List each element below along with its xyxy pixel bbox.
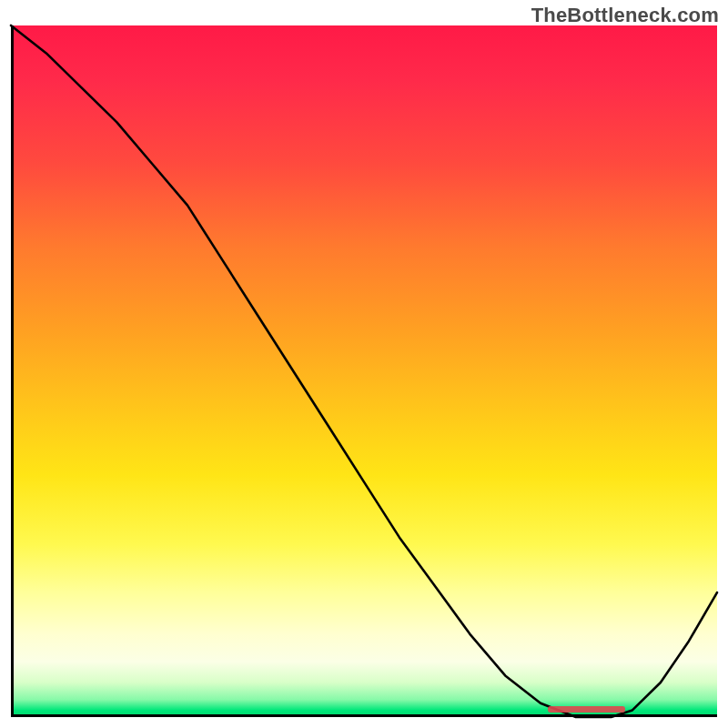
bottleneck-curve <box>11 25 717 717</box>
curve-path <box>11 25 717 717</box>
plot-area <box>11 25 717 717</box>
chart-container: TheBottleneck.com <box>0 0 728 728</box>
watermark-text: TheBottleneck.com <box>531 4 719 27</box>
optimal-range-marker <box>548 706 625 713</box>
